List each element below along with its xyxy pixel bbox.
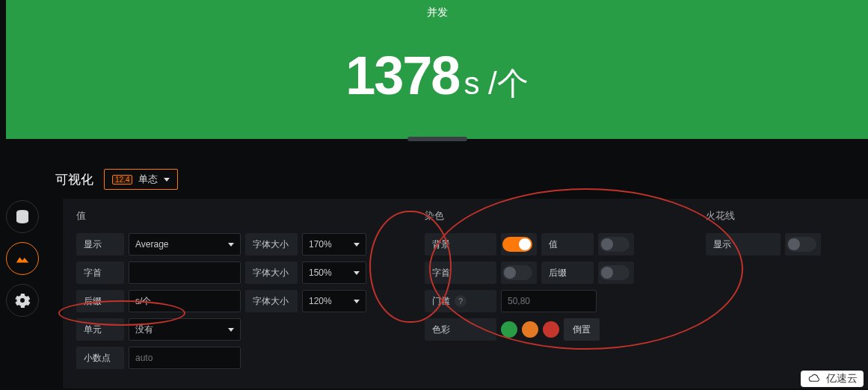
- row-unit: 单元 没有: [76, 318, 398, 341]
- help-icon[interactable]: ?: [455, 295, 467, 307]
- fontsize-prefix-value: 150%: [309, 267, 332, 278]
- panel-title: 并发: [427, 6, 448, 19]
- version-badge: 12.4: [112, 175, 132, 185]
- tab-visualization-icon[interactable]: [6, 242, 39, 275]
- value-suffix: s /个: [464, 63, 528, 105]
- invert-label: 倒置: [573, 324, 591, 336]
- unit-label: 单元: [76, 318, 124, 341]
- fontsize-suffix-select[interactable]: 120%: [302, 290, 366, 312]
- sparkline-toggle[interactable]: [787, 237, 816, 252]
- suffix-color-toggle[interactable]: [600, 265, 630, 280]
- coloring-column: 染色 背景 值 字首 后缀 门槛 ? 50,80: [425, 209, 679, 369]
- fontsize-main-value: 170%: [309, 239, 332, 250]
- fontsize-label: 字体大小: [245, 233, 298, 256]
- value-color-label: 值: [541, 233, 594, 256]
- suffix-label: 后缀: [76, 290, 124, 312]
- stat-value: Average: [135, 239, 168, 250]
- chevron-down-icon: [354, 271, 360, 275]
- row-decimals: 小数点 auto: [76, 347, 398, 369]
- row-thresholds: 门槛 ? 50,80: [425, 290, 679, 312]
- fontsize-prefix-select[interactable]: 150%: [302, 261, 366, 284]
- unit-value: 没有: [135, 324, 153, 336]
- prefix-input[interactable]: [129, 261, 241, 284]
- chevron-down-icon: [354, 243, 360, 247]
- visualization-picker[interactable]: 12.4 单态: [104, 169, 178, 190]
- spark-show-label: 显示: [706, 233, 781, 256]
- row-show: 显示 Average 字体大小 170%: [76, 233, 398, 256]
- chevron-down-icon: [228, 328, 234, 332]
- editor-sidebar: [3, 200, 42, 326]
- singlestat-preview: 并发 1378 s /个: [6, 0, 868, 139]
- value-number: 1378: [345, 45, 459, 106]
- suffix-color-label: 后缀: [541, 261, 594, 284]
- tab-general-icon[interactable]: [6, 284, 39, 317]
- thresholds-label: 门槛 ?: [425, 290, 496, 312]
- value-column: 值 显示 Average 字体大小 170% 字首 字体大小: [76, 209, 398, 369]
- prefix-color-toggle[interactable]: [502, 265, 532, 280]
- panel-value: 1378 s /个: [345, 45, 529, 106]
- options-body: 值 显示 Average 字体大小 170% 字首 字体大小: [63, 199, 868, 389]
- fontsize-label: 字体大小: [245, 290, 298, 312]
- color-swatch-1[interactable]: [501, 321, 517, 338]
- row-colors: 色彩 倒置: [425, 318, 679, 341]
- prefix-color-label: 字首: [425, 261, 496, 284]
- show-label: 显示: [76, 233, 124, 256]
- stat-select[interactable]: Average: [129, 233, 241, 256]
- thresholds-value: 50,80: [508, 296, 530, 306]
- fontsize-suffix-value: 120%: [309, 296, 332, 306]
- resize-handle[interactable]: [407, 137, 467, 141]
- chevron-down-icon: [228, 243, 234, 247]
- watermark: 亿速云: [801, 371, 864, 387]
- value-heading: 值: [76, 209, 398, 223]
- colors-label: 色彩: [425, 318, 496, 341]
- thresholds-label-text: 门槛: [432, 295, 450, 308]
- row-prefix-suffix-color: 字首 后缀: [425, 261, 679, 284]
- fontsize-main-select[interactable]: 170%: [302, 233, 366, 256]
- chevron-down-icon: [354, 300, 360, 303]
- tab-queries-icon[interactable]: [6, 200, 39, 233]
- visualization-type: 单态: [138, 173, 158, 186]
- row-suffix: 后缀 s/个 字体大小 120%: [76, 290, 398, 312]
- cloud-icon: [807, 374, 823, 384]
- unit-select[interactable]: 没有: [129, 318, 241, 341]
- fontsize-label: 字体大小: [245, 261, 298, 284]
- row-prefix: 字首 字体大小 150%: [76, 261, 398, 284]
- watermark-text: 亿速云: [826, 372, 858, 386]
- chevron-down-icon: [164, 178, 170, 182]
- thresholds-input[interactable]: 50,80: [501, 290, 597, 312]
- value-color-toggle[interactable]: [600, 237, 630, 252]
- suffix-value: s/个: [135, 295, 151, 308]
- invert-button[interactable]: 倒置: [564, 318, 600, 341]
- visualization-tab-row: 可视化 12.4 单态: [46, 164, 868, 199]
- coloring-heading: 染色: [425, 209, 679, 223]
- prefix-label: 字首: [76, 261, 124, 284]
- decimals-placeholder: auto: [135, 353, 153, 363]
- options-panel: 可视化 12.4 单态 值 显示 Average 字体大小 170%: [46, 164, 868, 390]
- decimals-input[interactable]: auto: [129, 347, 241, 369]
- row-bg-value: 背景 值: [425, 233, 679, 256]
- row-spark-show: 显示: [706, 233, 840, 256]
- color-swatch-3[interactable]: [543, 321, 559, 338]
- background-label: 背景: [425, 233, 496, 256]
- sparkline-column: 火花线 显示: [706, 209, 840, 369]
- background-toggle[interactable]: [502, 237, 532, 252]
- tab-title: 可视化: [55, 171, 93, 188]
- decimals-label: 小数点: [76, 347, 124, 369]
- color-swatch-2[interactable]: [522, 321, 538, 338]
- sparkline-heading: 火花线: [706, 209, 840, 223]
- suffix-input[interactable]: s/个: [129, 290, 241, 312]
